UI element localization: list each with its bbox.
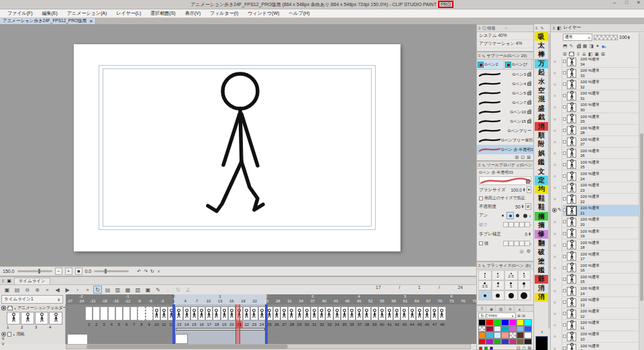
layer-checkbox[interactable]: [563, 152, 566, 155]
document-tab-close-icon[interactable]: ✕: [89, 19, 93, 24]
cel-number[interactable]: 4: [108, 321, 115, 328]
color-swatch[interactable]: [478, 332, 486, 339]
antialias-row[interactable]: アン ∨: [477, 211, 533, 220]
duplicate-subtool-icon[interactable]: ⊡: [521, 155, 525, 160]
timeline-horizontal-scrollbar[interactable]: [66, 344, 471, 349]
strip-tool-12[interactable]: 順: [535, 131, 548, 139]
canvas-area[interactable]: [0, 24, 476, 266]
color-swatch[interactable]: [524, 326, 531, 333]
antialias-option[interactable]: [506, 212, 514, 219]
color-swatch[interactable]: [494, 339, 501, 345]
menu-フィルター(I)[interactable]: フィルター(I): [205, 10, 243, 17]
layers-tab-label[interactable]: レイヤー: [564, 25, 581, 31]
cel[interactable]: [146, 306, 153, 320]
cel-number[interactable]: 48: [438, 321, 445, 328]
menu-アニメーション(A)[interactable]: アニメーション(A): [62, 10, 111, 17]
cel[interactable]: [318, 306, 325, 320]
color-wheel-tab-icon[interactable]: ◉: [488, 306, 496, 312]
timeline-collapse-buttons[interactable]: ∨∨: [1, 336, 12, 348]
brush-size-preset[interactable]: [518, 290, 531, 300]
strip-tool-20[interactable]: 鞋: [535, 203, 548, 212]
layer-row[interactable]: 100 %通常31: [551, 91, 639, 102]
subtool-item[interactable]: Gペンブリー筆圧off: [477, 135, 533, 145]
cel-number[interactable]: 23: [250, 321, 258, 328]
color-swatch[interactable]: [509, 339, 517, 345]
strip-tool-2[interactable]: 太: [535, 41, 548, 50]
cel-number[interactable]: 31: [311, 321, 318, 328]
color-mixer-tab-icon[interactable]: ≋: [506, 306, 515, 312]
hardness-row[interactable]: 硬さ ›: [477, 220, 533, 229]
strip-tool-27[interactable]: 鑑: [535, 266, 548, 274]
layer-row[interactable]: 100 %通常23: [551, 182, 639, 194]
layer-checkbox[interactable]: [563, 312, 566, 315]
subtool-item[interactable]: Gペン4: [477, 79, 533, 89]
subtool-item[interactable]: Gペンブリー: [477, 126, 533, 135]
cel-number[interactable]: 43: [400, 321, 408, 328]
color-swatch[interactable]: [517, 326, 524, 333]
layer-checkbox[interactable]: [563, 289, 566, 292]
timeline-tracks-area[interactable]: 1234567891011121314151617181920212223242…: [66, 304, 476, 344]
strip-tool-5[interactable]: 起: [535, 68, 548, 77]
cel-thumbnail[interactable]: [7, 312, 20, 325]
strip-tool-11[interactable]: 消: [535, 122, 548, 131]
color-set-tab-icon[interactable]: ▥: [497, 306, 505, 312]
panel-menu-icon[interactable]: ≡: [478, 163, 481, 167]
new-raster-layer-icon[interactable]: ⊞: [563, 52, 567, 57]
layer-row[interactable]: 100 %通常28: [551, 125, 639, 137]
new-animation-cel-icon[interactable]: ▤: [13, 286, 21, 294]
disabled-tool-3[interactable]: ∠: [184, 286, 193, 294]
layer-row[interactable]: 100 %通常17: [551, 251, 639, 263]
opacity-option-icon[interactable]: ⊘: [525, 203, 531, 210]
post-correction-slider[interactable]: [503, 241, 530, 246]
cel-number[interactable]: 27: [280, 321, 288, 328]
cel-number[interactable]: 40: [378, 321, 386, 328]
color-swatch[interactable]: [478, 339, 486, 345]
brush-size-preset[interactable]: 2: [492, 270, 505, 280]
color-swatch[interactable]: [486, 326, 493, 333]
cel-number[interactable]: 15: [191, 321, 198, 328]
cel[interactable]: [333, 306, 341, 320]
color-swatch[interactable]: [501, 319, 508, 326]
scrollbar-thumb[interactable]: [640, 133, 643, 301]
cel[interactable]: [108, 306, 115, 320]
menu-選択範囲(S)[interactable]: 選択範囲(S): [146, 10, 180, 17]
search-color-icon[interactable]: ⊕: [517, 313, 521, 318]
recent-color-swatch[interactable]: [484, 347, 488, 350]
strip-tool-28[interactable]: 爺: [535, 275, 548, 284]
undo-icon[interactable]: ↶: [137, 269, 141, 274]
reset-settings-icon[interactable]: ◎: [520, 249, 524, 254]
antialias-option[interactable]: [514, 212, 521, 219]
strip-tool-7[interactable]: 空: [535, 86, 548, 95]
color-swatch[interactable]: [524, 319, 531, 326]
subtool-group-tab[interactable]: Gペンび: [504, 60, 532, 69]
layer-checkbox[interactable]: [563, 335, 566, 338]
layer-checkbox[interactable]: [563, 174, 566, 178]
cel-number[interactable]: 2: [93, 321, 100, 328]
cel[interactable]: [213, 306, 220, 320]
color-swatch[interactable]: [517, 319, 524, 326]
layer-row[interactable]: 100 %通常29: [551, 114, 639, 125]
layer-checkbox[interactable]: [563, 94, 566, 97]
layer-row[interactable]: 100 %通常20: [551, 217, 639, 228]
brush-size-preset[interactable]: 4: [492, 280, 505, 290]
cel[interactable]: [393, 306, 400, 320]
subtool-item[interactable]: Gペン3: [477, 70, 533, 79]
cel[interactable]: [191, 306, 198, 320]
zoom-out-icon[interactable]: ⊖: [23, 286, 32, 294]
color-swatch[interactable]: [509, 326, 517, 333]
subtool-item[interactable]: Gペン 赤 半透明33: [477, 145, 533, 154]
cel[interactable]: [416, 306, 423, 320]
cel-number[interactable]: 18: [213, 321, 220, 328]
cel-number[interactable]: 32: [318, 321, 325, 328]
merge-down-icon[interactable]: ⇊: [582, 52, 586, 57]
subtool-group-tab[interactable]: Gペン2: [477, 60, 504, 69]
cel-number[interactable]: 34: [333, 321, 341, 328]
cel-number[interactable]: 11: [160, 321, 168, 328]
cel[interactable]: [431, 306, 438, 320]
brush-size-preset[interactable]: [492, 290, 505, 300]
color-swatch[interactable]: [509, 332, 517, 339]
layer-row[interactable]: 100 %通常16: [551, 263, 639, 274]
brush-size-row[interactable]: ブラシサイズ 100.0▲▼▾: [477, 185, 533, 194]
range-start-marker[interactable]: [172, 304, 175, 344]
document-tab[interactable]: アニメーション歩き24F_FPS12_PRO版用 ✕: [0, 18, 96, 24]
